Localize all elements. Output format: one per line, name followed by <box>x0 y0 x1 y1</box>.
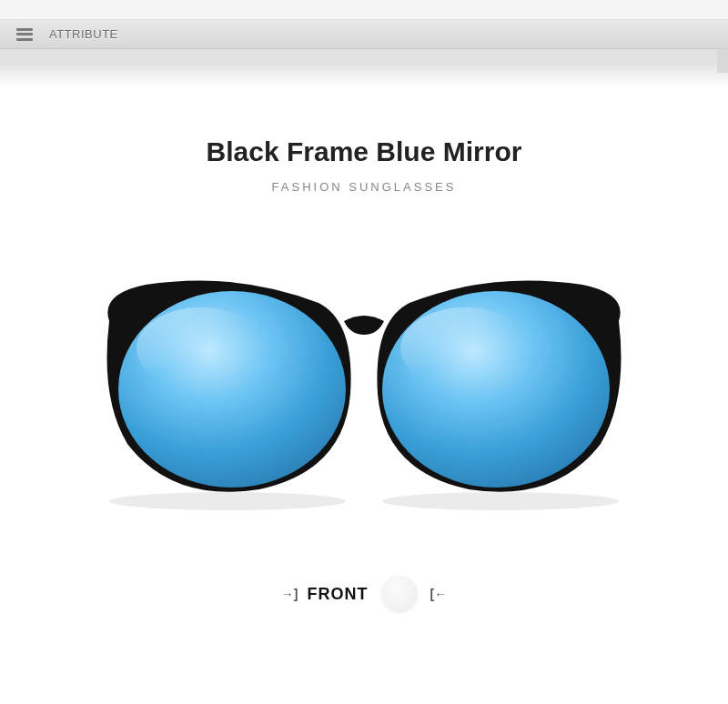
view-label-row: →] FRONT [← <box>0 576 728 612</box>
arrow-in-right-icon: →] <box>281 587 298 601</box>
sunglasses-image <box>82 267 646 521</box>
product-area: Black Frame Blue Mirror FASHION SUNGLASS… <box>0 87 728 612</box>
ghost-sphere-icon <box>381 576 418 612</box>
attribute-label: ATTRIBUTE <box>49 27 118 41</box>
svg-point-5 <box>400 307 528 389</box>
svg-point-0 <box>109 492 346 510</box>
attribute-bar[interactable]: ATTRIBUTE <box>0 20 728 49</box>
sub-header-gap <box>0 49 728 87</box>
top-spacer <box>0 0 728 20</box>
product-title: Black Frame Blue Mirror <box>0 136 728 167</box>
product-subtitle: FASHION SUNGLASSES <box>0 180 728 194</box>
arrow-in-left-icon: [← <box>430 587 448 601</box>
svg-point-1 <box>382 492 619 510</box>
svg-point-3 <box>136 307 264 389</box>
view-label: FRONT <box>308 585 369 604</box>
hamburger-icon[interactable] <box>16 28 33 41</box>
scrollbar-fragment[interactable] <box>717 49 728 73</box>
